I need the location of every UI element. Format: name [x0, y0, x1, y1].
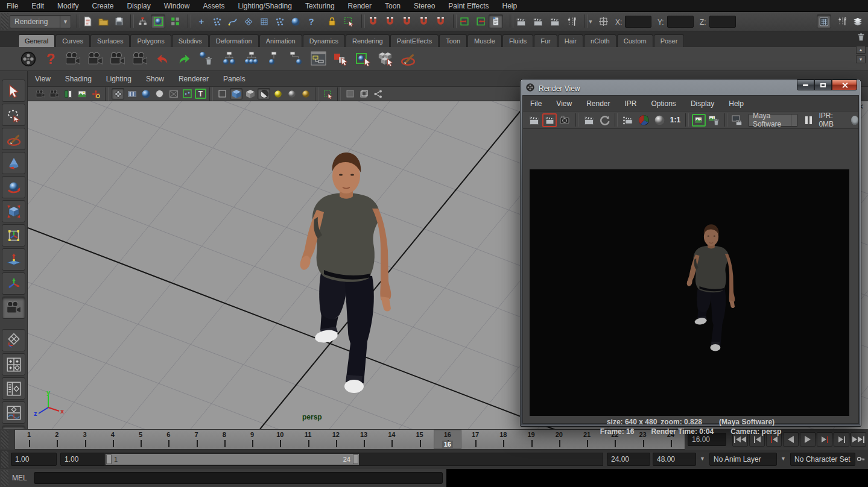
shelf-tab[interactable]: Hair [558, 34, 583, 47]
minimize-button[interactable] [797, 80, 814, 90]
rgb-channels-icon[interactable] [636, 113, 651, 127]
timeline-frame-cell[interactable]: 11 [294, 430, 322, 449]
region-render-icon[interactable] [621, 113, 635, 127]
layout-four-pane-button[interactable] [2, 353, 25, 375]
two-d-pan-zoom-icon[interactable] [89, 88, 102, 99]
mel-command-input[interactable] [34, 472, 443, 484]
layout-single-button[interactable] [2, 329, 25, 351]
menu-item[interactable]: Stereo [407, 2, 442, 10]
safe-title-icon[interactable]: T [195, 89, 206, 99]
shelf-tab[interactable]: Curves [55, 34, 90, 47]
status-line-grip[interactable] [1, 13, 8, 30]
shelf-scroll-down-icon[interactable]: ▼ [856, 55, 866, 63]
rotate-tool[interactable] [2, 176, 25, 198]
select-by-object-icon[interactable] [151, 14, 165, 28]
separator[interactable] [453, 14, 457, 28]
open-scene-icon[interactable] [96, 14, 110, 28]
menu-item[interactable]: Create [85, 2, 120, 10]
shelf-tab[interactable]: Animation [259, 34, 302, 47]
z-coordinate-input[interactable] [709, 16, 736, 28]
display-real-size-icon[interactable] [692, 114, 706, 127]
anim-layer-dropdown[interactable]: No Anim Layer [709, 453, 777, 466]
render-view-menu-item[interactable]: IPR [618, 99, 644, 108]
panel-menu-item[interactable]: View [28, 75, 58, 83]
snap-to-planes-icon[interactable] [416, 14, 431, 28]
select-tool[interactable] [2, 80, 25, 102]
safe-action-icon[interactable] [181, 88, 194, 99]
flat-lighting-icon[interactable] [285, 88, 298, 99]
range-end-handle[interactable] [353, 454, 358, 464]
camera-select-icon[interactable] [34, 88, 46, 99]
wireframe-icon[interactable] [216, 88, 229, 99]
separator[interactable] [130, 14, 134, 28]
separator[interactable] [510, 14, 513, 28]
shelf-tab[interactable]: Toon [439, 34, 467, 47]
menu-set-dropdown[interactable]: Rendering ▼ [10, 15, 71, 28]
xray-icon[interactable] [344, 88, 356, 99]
camera-attributes-icon[interactable] [48, 88, 60, 99]
playback-start-input[interactable] [60, 453, 106, 466]
mask-curves-icon[interactable] [226, 14, 240, 28]
image-plane-icon[interactable] [75, 88, 88, 99]
bookmarks-icon[interactable] [62, 88, 74, 99]
playback-end-input[interactable] [607, 453, 650, 466]
no-lighting-icon[interactable] [299, 88, 312, 99]
render-view-title-bar[interactable]: Render View [522, 81, 859, 95]
gate-mask-icon[interactable] [153, 88, 166, 99]
parent-icon[interactable] [265, 50, 283, 68]
output-connections-icon[interactable] [473, 14, 487, 28]
default-lighting-icon[interactable] [271, 88, 284, 99]
remove-image-icon[interactable] [707, 113, 721, 127]
close-button[interactable] [832, 80, 857, 90]
shelf-tab[interactable]: Fluids [502, 34, 533, 47]
menu-item[interactable]: Modify [51, 2, 85, 10]
maximize-button[interactable] [814, 80, 832, 90]
resolution-gate-icon[interactable] [139, 88, 152, 99]
snapshot-icon[interactable] [558, 113, 572, 127]
redo-icon[interactable] [176, 50, 194, 68]
move-tool[interactable] [2, 152, 25, 174]
chevron-down-icon[interactable]: ▼ [781, 456, 786, 462]
alpha-channel-icon[interactable] [652, 113, 667, 127]
menu-item[interactable]: Assets [196, 2, 231, 10]
select-by-hierarchy-icon[interactable] [135, 14, 150, 28]
tool-settings-toggle-icon[interactable] [835, 14, 849, 28]
timeline-frame-cell[interactable]: 14 [378, 430, 405, 449]
timeline-frame-cell[interactable]: 2 [43, 430, 71, 449]
snap-to-grids-icon[interactable] [366, 14, 380, 28]
delete-object-icon[interactable] [198, 50, 216, 68]
highlight-selection-icon[interactable] [341, 14, 356, 28]
command-response-area[interactable] [446, 469, 868, 487]
pause-ipr-icon[interactable] [803, 114, 814, 127]
one-to-one-icon[interactable]: 1:1 [668, 113, 682, 127]
ipr-render-icon[interactable] [581, 113, 596, 127]
render-current-frame-icon[interactable] [527, 113, 541, 127]
layout-outliner-persp-button[interactable] [2, 377, 25, 400]
snap-to-view-icon[interactable] [433, 14, 448, 28]
save-scene-icon[interactable] [112, 14, 126, 28]
chevron-down-icon[interactable]: ▼ [700, 456, 705, 462]
render-view-menu-item[interactable]: Display [683, 99, 721, 108]
select-by-component-icon[interactable] [168, 14, 182, 28]
render-view-menu-item[interactable]: Help [721, 99, 751, 108]
chevron-down-icon[interactable]: ▼ [586, 14, 595, 28]
animation-start-input[interactable] [11, 453, 57, 466]
timeline-frame-cell[interactable]: 7 [183, 430, 211, 449]
separator[interactable] [188, 14, 191, 28]
snap-to-points-icon[interactable] [399, 14, 414, 28]
timeline-frame-cell[interactable]: 17 [461, 430, 489, 449]
delete-shelf-icon[interactable] [857, 33, 866, 44]
film-gate-icon[interactable] [125, 88, 138, 99]
menu-item[interactable]: Window [157, 2, 197, 10]
snap-to-curves-icon[interactable] [382, 14, 397, 28]
scale-tool[interactable] [2, 200, 25, 222]
isolate-select-icon[interactable] [322, 88, 334, 99]
mask-dynamics-icon[interactable] [273, 14, 287, 28]
timeline-frame-cell[interactable]: 8 [211, 430, 238, 449]
render-view-menu-item[interactable]: View [549, 99, 579, 108]
manipulator-settings-icon[interactable] [596, 14, 610, 28]
field-chart-icon[interactable] [167, 88, 180, 99]
separator[interactable] [361, 14, 365, 28]
paint-tool-icon[interactable] [399, 50, 417, 68]
soft-modification-tool[interactable] [2, 248, 25, 271]
